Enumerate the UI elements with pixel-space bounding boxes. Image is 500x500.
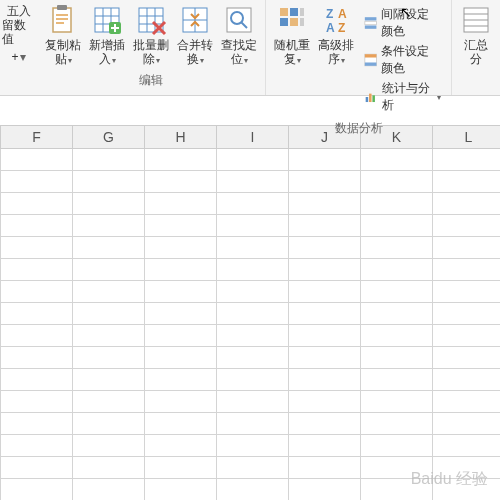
cell[interactable] <box>145 302 217 324</box>
cell[interactable] <box>145 148 217 170</box>
cell[interactable] <box>289 258 361 280</box>
cell[interactable] <box>361 280 433 302</box>
cell[interactable] <box>433 170 501 192</box>
cond-color-button[interactable]: 条件设定颜色 <box>364 43 441 77</box>
random-repeat-button[interactable]: 随机重 复▾ <box>270 2 314 118</box>
cell[interactable] <box>361 324 433 346</box>
cell[interactable] <box>433 302 501 324</box>
insert-button[interactable]: 新增插 入▾ <box>85 2 129 70</box>
cell[interactable] <box>361 346 433 368</box>
cell[interactable] <box>1 368 73 390</box>
cell[interactable] <box>289 236 361 258</box>
cell[interactable] <box>289 478 361 500</box>
cell[interactable] <box>433 280 501 302</box>
find-locate-button[interactable]: 查找定 位▾ <box>217 2 261 70</box>
cell[interactable] <box>433 390 501 412</box>
cell[interactable] <box>145 412 217 434</box>
cell[interactable] <box>361 236 433 258</box>
cell[interactable] <box>145 434 217 456</box>
cell[interactable] <box>73 280 145 302</box>
cell[interactable] <box>289 368 361 390</box>
cell[interactable] <box>1 148 73 170</box>
cell[interactable] <box>1 236 73 258</box>
cell[interactable] <box>73 346 145 368</box>
cell[interactable] <box>361 456 433 478</box>
cell[interactable] <box>289 214 361 236</box>
cell[interactable] <box>1 258 73 280</box>
column-header[interactable]: L <box>433 126 501 148</box>
cell[interactable] <box>73 214 145 236</box>
batch-delete-button[interactable]: 批量删 除▾ <box>129 2 173 70</box>
cell[interactable] <box>289 456 361 478</box>
cell[interactable] <box>433 478 501 500</box>
cell[interactable] <box>361 478 433 500</box>
cell[interactable] <box>1 346 73 368</box>
cell[interactable] <box>145 478 217 500</box>
cell[interactable] <box>73 192 145 214</box>
cell[interactable] <box>145 368 217 390</box>
cell[interactable] <box>73 478 145 500</box>
cell[interactable] <box>433 346 501 368</box>
cell[interactable] <box>433 324 501 346</box>
cell[interactable] <box>361 368 433 390</box>
cell[interactable] <box>1 390 73 412</box>
cell[interactable] <box>217 148 289 170</box>
cell[interactable] <box>145 214 217 236</box>
cell[interactable] <box>433 434 501 456</box>
cell[interactable] <box>289 280 361 302</box>
cell[interactable] <box>217 368 289 390</box>
spreadsheet-grid[interactable]: FGHIJKL <box>0 126 500 500</box>
cell[interactable] <box>145 324 217 346</box>
cell[interactable] <box>217 280 289 302</box>
cell[interactable] <box>217 302 289 324</box>
merge-convert-button[interactable]: 合并转 换▾ <box>173 2 217 70</box>
cell[interactable] <box>73 412 145 434</box>
cell[interactable] <box>217 214 289 236</box>
cell[interactable] <box>361 412 433 434</box>
cell[interactable] <box>433 148 501 170</box>
cell[interactable] <box>361 434 433 456</box>
cell[interactable] <box>289 390 361 412</box>
plus-icon[interactable]: +▾ <box>12 50 26 64</box>
adv-sort-button[interactable]: Z A A Z 高级排 序▾ <box>314 2 358 118</box>
cell[interactable] <box>1 214 73 236</box>
cell[interactable] <box>1 412 73 434</box>
cell[interactable] <box>73 434 145 456</box>
cell[interactable] <box>433 412 501 434</box>
cell[interactable] <box>73 236 145 258</box>
column-header[interactable]: H <box>145 126 217 148</box>
cell[interactable] <box>289 346 361 368</box>
stats-button[interactable]: 统计与分析▾ <box>364 80 441 114</box>
cell[interactable] <box>217 192 289 214</box>
cell[interactable] <box>145 456 217 478</box>
cell[interactable] <box>217 478 289 500</box>
summary-button[interactable]: 汇总分 <box>456 2 496 68</box>
cell[interactable] <box>73 324 145 346</box>
cell[interactable] <box>1 324 73 346</box>
cell[interactable] <box>433 258 501 280</box>
cell[interactable] <box>73 456 145 478</box>
cell[interactable] <box>73 148 145 170</box>
cell[interactable] <box>289 170 361 192</box>
cell[interactable] <box>73 258 145 280</box>
copy-paste-button[interactable]: 复制粘 贴▾ <box>41 2 85 70</box>
cell[interactable] <box>217 170 289 192</box>
cell[interactable] <box>289 412 361 434</box>
cell[interactable] <box>433 192 501 214</box>
cell[interactable] <box>289 324 361 346</box>
cell[interactable] <box>361 258 433 280</box>
cell[interactable] <box>73 170 145 192</box>
cell[interactable] <box>433 368 501 390</box>
cell[interactable] <box>1 170 73 192</box>
cell[interactable] <box>361 170 433 192</box>
cell[interactable] <box>217 412 289 434</box>
cell[interactable] <box>217 236 289 258</box>
cell[interactable] <box>289 302 361 324</box>
cell[interactable] <box>217 258 289 280</box>
cell[interactable] <box>145 346 217 368</box>
cell[interactable] <box>217 456 289 478</box>
cell[interactable] <box>217 346 289 368</box>
cell[interactable] <box>289 192 361 214</box>
cell[interactable] <box>361 148 433 170</box>
cell[interactable] <box>145 236 217 258</box>
